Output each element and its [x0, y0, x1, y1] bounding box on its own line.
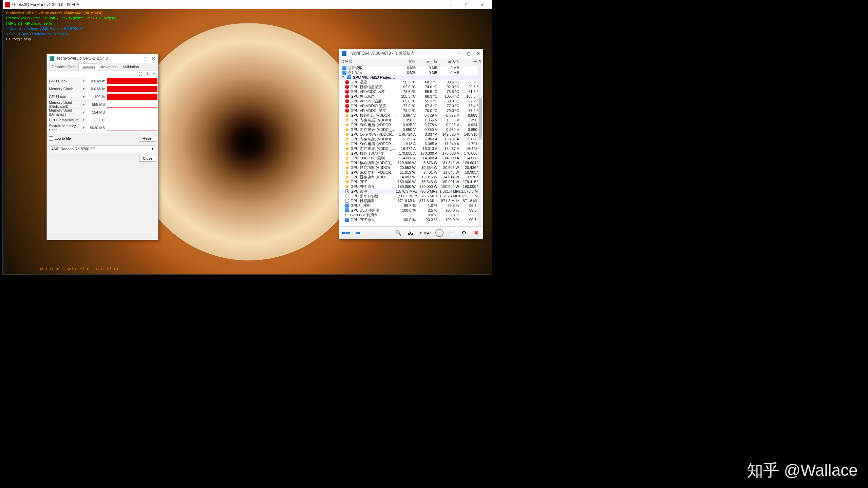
sensor-row[interactable]: GPU 频率1,570.9 MHz795.5 MHz1,621.4 MHz1,5…	[339, 189, 483, 194]
sensor-row[interactable]: GPU 内存 电流 (VDDCI_M...16.474 A15.313 A16.…	[339, 146, 483, 151]
sensor-row[interactable]: GPU 内存 电压 (VDDIO)1.356 V1.356 V1.356 V1.…	[339, 118, 483, 122]
chevron-down-icon[interactable]: ▼	[82, 80, 85, 83]
sensor-row[interactable]: GPU PPT 限制180.000 W180.000 W180.000 W180…	[339, 184, 483, 189]
temp-icon	[345, 94, 349, 98]
chevron-down-icon[interactable]: ▼	[82, 103, 85, 106]
summary-row[interactable]: 总计写入0 MB0 MB0 MB	[339, 70, 483, 75]
sensor-row[interactable]: GPU SOC TDC 限制14.000 A14.000 A14.000 A14…	[339, 156, 483, 160]
maximize-button[interactable]: ▢	[467, 51, 471, 56]
clock-icon[interactable]	[435, 229, 444, 237]
tab-advanced[interactable]: Advanced	[98, 63, 120, 71]
sensor-label[interactable]: GPU Load▼	[48, 93, 87, 100]
menu-icon[interactable]: ≡	[153, 72, 155, 76]
row-value: 0.778 V	[418, 123, 439, 127]
sensor-row[interactable]: GPU SoC 电压 (VDDCR_S...0.925 V0.778 V0.92…	[339, 122, 483, 127]
row-value: 0.925 V	[439, 123, 461, 127]
tab-graphics-card[interactable]: Graphics Card	[49, 63, 78, 71]
row-label: GPU VR VDDC 温度	[351, 89, 396, 94]
sensor-row[interactable]: GPU 显存功率 (VDDCI_MEM)14.003 W13.016 W14.0…	[339, 175, 483, 179]
sensor-row[interactable]: GPU VR SoC 温度69.0 °C55.3 °C69.0 °C67.2 °…	[339, 99, 483, 103]
sensor-row[interactable]: GPU利用率99.7 %1.0 %99.8 %99.3 %	[339, 203, 483, 208]
sensor-row[interactable]: ▸GPU D3D利用率0.0 %0.0 %	[339, 213, 483, 217]
chevron-down-icon[interactable]: ▼	[82, 119, 85, 122]
log-to-file-checkbox[interactable]: Log to file	[49, 136, 71, 141]
sensor-label[interactable]: Memory Used (Dedicated)▼	[48, 101, 87, 108]
close-icon[interactable]: ✖	[471, 228, 482, 238]
furmark-titlebar[interactable]: Geeks3D FurMark v1.35.0.0 - 96FPS — ▢ ✕	[3, 0, 492, 9]
sensor-row[interactable]: GPU 显存结点温度92.0 °C74.0 °C92.0 °C90.3 °C	[339, 84, 483, 89]
gpu-group-header[interactable]: ▾GPU [#0]: AMD Radeon R...	[339, 75, 483, 80]
reset-button[interactable]: Reset	[139, 135, 156, 142]
maximize-button[interactable]: ▢	[459, 0, 474, 9]
header-sensor[interactable]: 传感器	[339, 58, 396, 65]
sensor-row[interactable]: GPU 频率 (有效)1,566.6 MHz28.5 MHz1,615.5 MH…	[339, 194, 483, 198]
minimize-button[interactable]: —	[457, 51, 461, 56]
hwinfo-titlebar[interactable]: HWiNFO64 v7.30-4870 - 传感器状态 — ▢ ✕	[339, 49, 483, 58]
sensor-row[interactable]: GPU 显存频率871.8 MHz871.8 MHz871.8 MHz871.8…	[339, 198, 483, 203]
volt-icon	[345, 132, 349, 136]
sensor-row[interactable]: GPU 内存 电流 (VDDIO)15.153 A7.863 A15.191 A…	[339, 137, 483, 141]
close-button[interactable]: ✕	[474, 0, 490, 9]
network-icon[interactable]: 🖧	[405, 228, 416, 238]
sensor-label[interactable]: CPU Temperature▼	[48, 116, 87, 124]
header-max[interactable]: 最大值	[439, 58, 461, 65]
sensor-label[interactable]: System Memory Used▼	[48, 124, 87, 132]
sensor-row[interactable]: GPU 热点温度105.3 °C68.3 °C105.4 °C103.5 °C	[339, 94, 483, 99]
summary-row[interactable]: 总计读取0 MB0 MB0 MB	[339, 65, 483, 70]
sensor-row[interactable]: GPU Core 电流 (VDDCR_G...149.724 A8.037 A1…	[339, 132, 483, 137]
sensor-row[interactable]: GPU 核心功率 (VDDCR_GFX)129.936 W5.876 W131.…	[339, 160, 483, 165]
minimize-button[interactable]: —	[135, 56, 139, 61]
sensor-row[interactable]: GPU PPT180.000 W36.543 W180.001 W179.416…	[339, 179, 483, 184]
row-value: 1.356 V	[418, 118, 439, 122]
sensor-row[interactable]: GPU SoC 电流 (VDDCR_S...11.913 A3.085 A11.…	[339, 141, 483, 146]
close-button[interactable]: ✕	[477, 51, 480, 56]
chevron-down-icon[interactable]: ▼	[82, 126, 85, 130]
sensor-row[interactable]: GPU VR VDDIO 温度77.0 °C67.3 °C77.0 °C75.4…	[339, 103, 483, 108]
gpuz-titlebar[interactable]: TechPowerUp GPU-Z 2.54.0 — ▢ ✕	[47, 54, 158, 63]
sensor-row[interactable]: GPU 核心电压 (VDDCR_GFX)0.867 V0.729 V0.892 …	[339, 113, 483, 118]
sensor-row[interactable]: GPU PPT 限制100.0 %20.3 %100.0 %99.7 %	[339, 217, 483, 222]
tab-sensors[interactable]: Sensors	[78, 63, 98, 71]
scrollbar[interactable]	[478, 64, 483, 226]
row-label: GPU 频率	[351, 189, 396, 194]
nav-prev-icon[interactable]: ⬅➡	[340, 228, 351, 238]
nav-next-icon[interactable]: ➡	[353, 228, 363, 238]
header-min[interactable]: 最小值	[418, 58, 439, 65]
scrollbar-thumb[interactable]	[479, 98, 482, 139]
hwinfo-sensor-list[interactable]: 总计读取0 MB0 MB0 MB总计写入0 MB0 MB0 MB▾GPU [#0…	[339, 65, 483, 226]
close-button[interactable]: Close	[139, 155, 156, 162]
log-checkbox-input[interactable]	[49, 136, 53, 141]
clock-icon	[345, 194, 349, 198]
sensor-row[interactable]: GPU VR VDDCI 温度79.0 °C70.0 °C79.0 °C77.2…	[339, 108, 483, 113]
refresh-icon[interactable]: ↻	[146, 72, 149, 76]
chevron-down-icon[interactable]: ▼	[82, 95, 85, 98]
sensor-row[interactable]: GPU VR VDDC 温度73.5 °C55.5 °C73.6 °C71.6 …	[339, 89, 483, 94]
minimize-button[interactable]: —	[443, 0, 459, 9]
row-value: 69.0 °C	[396, 99, 418, 103]
chevron-down-icon[interactable]: ▼	[82, 87, 85, 91]
sensor-label[interactable]: Memory Used (Dynamic)▼	[48, 109, 87, 116]
row-label: GPU 核心电压 (VDDCR_GFX)	[351, 113, 396, 118]
header-current[interactable]: 实际	[396, 58, 418, 65]
chevron-down-icon[interactable]: ▼	[82, 111, 85, 114]
sensor-row[interactable]: GPU 显存功率 (VDDIO)20.552 W10.664 W20.603 W…	[339, 165, 483, 170]
sensor-label[interactable]: GPU Clock▼	[48, 77, 87, 85]
screenshot-icon[interactable]: ⛶	[138, 72, 142, 76]
row-value: 74.0 °C	[418, 85, 439, 89]
settings-icon[interactable]: ⚙	[458, 228, 469, 238]
close-button[interactable]: ✕	[152, 56, 155, 61]
tab-validation[interactable]: Validation	[120, 63, 142, 71]
sensor-row[interactable]: GPU 核心 TDC 限制170.000 A170.000 A170.000 A…	[339, 151, 483, 156]
sensor-row[interactable]: GPU 内存 电压 (VDDCI_M...0.850 V0.850 V0.850…	[339, 127, 483, 132]
volt-icon	[345, 151, 349, 155]
sensor-row[interactable]: GPU SoC 功耗 (VDDCR_S...11.019 W2.401 W11.…	[339, 170, 483, 175]
gpuz-device-select[interactable]: AMD Radeon RX 5700 XT ▾	[49, 145, 156, 152]
log-icon[interactable]: 📄	[446, 228, 457, 238]
sensor-row[interactable]: GPU 温度90.5 °C68.2 °C90.6 °C88.9 °C	[339, 80, 483, 84]
expand-icon[interactable]: ▾	[342, 75, 346, 79]
maximize-button[interactable]: ▢	[144, 56, 148, 61]
search-icon[interactable]: 🔍	[393, 228, 404, 238]
sensor-label[interactable]: Memory Clock▼	[48, 85, 87, 93]
sensor-row[interactable]: GPU D3D 使用率100.0 %2.5 %100.0 %99.5 %	[339, 208, 483, 213]
temp-icon	[345, 104, 349, 108]
